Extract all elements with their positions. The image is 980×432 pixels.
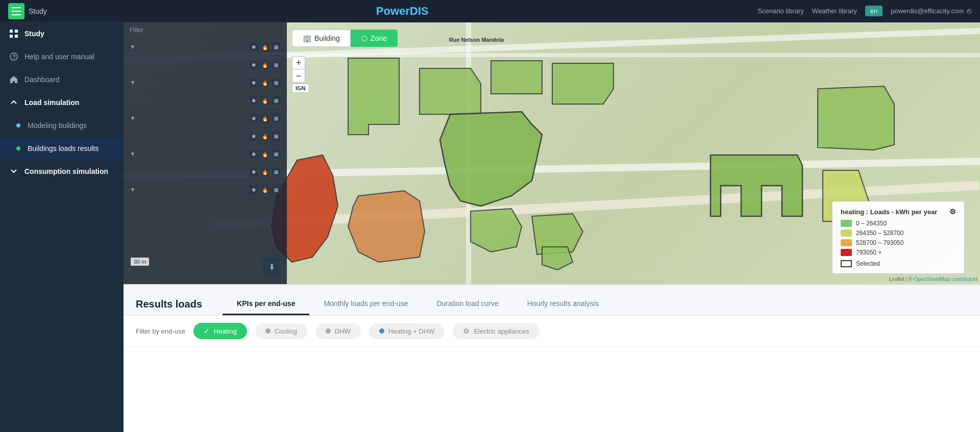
flame-icon[interactable]: 🔥: [260, 185, 270, 194]
flame-icon[interactable]: 🔥: [260, 114, 270, 123]
zoom-out-button[interactable]: −: [292, 69, 305, 83]
sidebar-modeling-label: Modeling buildings: [28, 121, 87, 130]
map-tabs: 🏢 Building ⬡ Zone: [292, 30, 398, 47]
tab-building[interactable]: 🏢 Building: [292, 30, 351, 47]
zoom-in-button[interactable]: +: [292, 56, 305, 69]
tab-zone[interactable]: ⬡ Zone: [351, 30, 398, 47]
download-button[interactable]: ⬇: [262, 258, 281, 276]
snowflake-icon[interactable]: ❄: [249, 42, 258, 52]
grid-small-icon[interactable]: ⊞: [272, 96, 281, 105]
collapse-icon[interactable]: ▼: [130, 115, 136, 122]
list-item: ▼ ❄ 🔥 ⊞: [124, 110, 287, 128]
tab-hourly[interactable]: Hourly results analysis: [513, 293, 613, 315]
snowflake-icon[interactable]: ❄: [249, 114, 258, 123]
grid-small-icon[interactable]: ⊞: [272, 185, 281, 194]
grid-small-icon[interactable]: ⊞: [272, 132, 281, 141]
flame-icon[interactable]: 🔥: [260, 167, 270, 176]
tab-duration[interactable]: Duration load curve: [422, 293, 512, 315]
list-item: ▼ ❄ 🔥 ⊞: [124, 38, 287, 56]
menu-button[interactable]: [8, 3, 24, 19]
left-panel: Filter ▼ ❄ 🔥 ⊞ ❄ 🔥 ⊞ ▼: [124, 22, 287, 284]
flame-icon[interactable]: 🔥: [260, 78, 270, 87]
snowflake-icon[interactable]: ❄: [249, 96, 258, 105]
sidebar-item-dashboard[interactable]: Dashboard: [0, 68, 124, 91]
user-email[interactable]: powerdis@efficacity.com ⎋: [891, 7, 972, 16]
sidebar-load-simulation-label: Load simulation: [24, 98, 79, 107]
legend-selected: Selected: [841, 260, 956, 267]
app-logo: PowerDIS: [376, 5, 429, 18]
collapse-icon[interactable]: ▼: [130, 186, 136, 193]
sidebar-item-help[interactable]: ? Help and user manual: [0, 45, 124, 68]
filter-heating-label: Heating: [214, 327, 237, 335]
flame-icon[interactable]: 🔥: [260, 149, 270, 159]
grid-small-icon[interactable]: ⊞: [272, 167, 281, 176]
scenario-library-link[interactable]: Scenario library: [758, 7, 804, 15]
filter-cooling[interactable]: Cooling: [255, 323, 307, 339]
sidebar: Study ? Help and user manual Dashboard L…: [0, 22, 124, 432]
grid-small-icon[interactable]: ⊞: [272, 42, 281, 52]
legend-settings-icon[interactable]: ⚙: [949, 208, 956, 216]
grid-small-icon[interactable]: ⊞: [272, 114, 281, 123]
grid-small-icon[interactable]: ⊞: [272, 60, 281, 69]
language-button[interactable]: en: [865, 6, 883, 16]
filter-dhw-label: DHW: [335, 327, 351, 335]
legend-color-1: [841, 220, 852, 227]
list-item: ❄ 🔥 ⊞: [124, 128, 287, 145]
tab-monthly[interactable]: Monthly loads per end-use: [309, 293, 422, 315]
collapse-icon[interactable]: ▼: [130, 43, 136, 50]
study-label: Study: [29, 7, 47, 15]
filter-dhw[interactable]: DHW: [315, 323, 361, 339]
map-container[interactable]: Rue Nelson Mandela: [124, 22, 980, 284]
list-item: ❄ 🔥 ⊞: [124, 56, 287, 74]
grid-small-icon[interactable]: ⊞: [272, 78, 281, 87]
topbar: Study PowerDIS Scenario library Weather …: [0, 0, 980, 22]
tab-kpis[interactable]: KPIs per end-use: [223, 293, 309, 315]
grid-small-icon[interactable]: ⊞: [272, 149, 281, 159]
snowflake-icon[interactable]: ❄: [249, 149, 258, 159]
filter-electric[interactable]: ⚙ Electric appliances: [453, 323, 539, 339]
svg-rect-3: [15, 35, 18, 38]
legend-item-2: 264350 – 528700: [841, 230, 956, 237]
circle-icon: [265, 328, 271, 334]
flame-icon[interactable]: 🔥: [260, 96, 270, 105]
flame-icon[interactable]: 🔥: [260, 60, 270, 69]
question-icon: ?: [8, 53, 19, 61]
sidebar-item-consumption-simulation[interactable]: Consumption simulation: [0, 160, 124, 183]
gear-icon: ⚙: [463, 327, 470, 335]
legend-color-3: [841, 239, 852, 246]
map-legend: heating : Loads - kWh per year ⚙ 0 – 264…: [832, 201, 965, 274]
snowflake-icon[interactable]: ❄: [249, 132, 258, 141]
sidebar-item-study[interactable]: Study: [0, 22, 124, 45]
svg-rect-2: [10, 35, 13, 38]
snowflake-icon[interactable]: ❄: [249, 60, 258, 69]
sidebar-buildings-loads-label: Buildings loads results: [28, 144, 99, 153]
filter-electric-label: Electric appliances: [474, 327, 529, 335]
filter-heating-dhw[interactable]: Heating + DHW: [369, 323, 445, 339]
collapse-icon[interactable]: ▼: [130, 79, 136, 86]
flame-icon[interactable]: 🔥: [260, 42, 270, 52]
legend-selected-box: [841, 260, 852, 267]
svg-text:?: ?: [13, 54, 16, 60]
results-title: Results loads: [136, 298, 202, 310]
weather-library-link[interactable]: Weather library: [812, 7, 857, 15]
sidebar-item-buildings-loads-results[interactable]: Buildings loads results: [0, 137, 124, 160]
snowflake-icon[interactable]: ❄: [249, 78, 258, 87]
svg-rect-1: [15, 30, 18, 33]
filter-by-end-use-label: Filter by end-use: [136, 327, 185, 335]
results-tabs: KPIs per end-use Monthly loads per end-u…: [223, 293, 613, 315]
snowflake-icon[interactable]: ❄: [249, 167, 258, 176]
flame-icon[interactable]: 🔥: [260, 132, 270, 141]
snowflake-icon[interactable]: ❄: [249, 185, 258, 194]
filter-heating[interactable]: ✓ Heating: [193, 323, 247, 339]
osm-link[interactable]: OpenStreetMap contributors: [914, 276, 978, 282]
circle-blue-icon: [379, 328, 384, 334]
check-icon: ✓: [204, 327, 210, 335]
logout-icon[interactable]: ⎋: [967, 7, 972, 16]
sidebar-item-modeling-buildings[interactable]: Modeling buildings: [0, 114, 124, 137]
collapse-icon[interactable]: ▼: [130, 150, 136, 158]
results-header: Results loads KPIs per end-use Monthly l…: [124, 285, 980, 316]
filter-cooling-label: Cooling: [275, 327, 297, 335]
legend-item-1: 0 – 264350: [841, 220, 956, 227]
sidebar-item-load-simulation[interactable]: Load simulation: [0, 91, 124, 114]
chevron-down-icon: [8, 168, 19, 175]
